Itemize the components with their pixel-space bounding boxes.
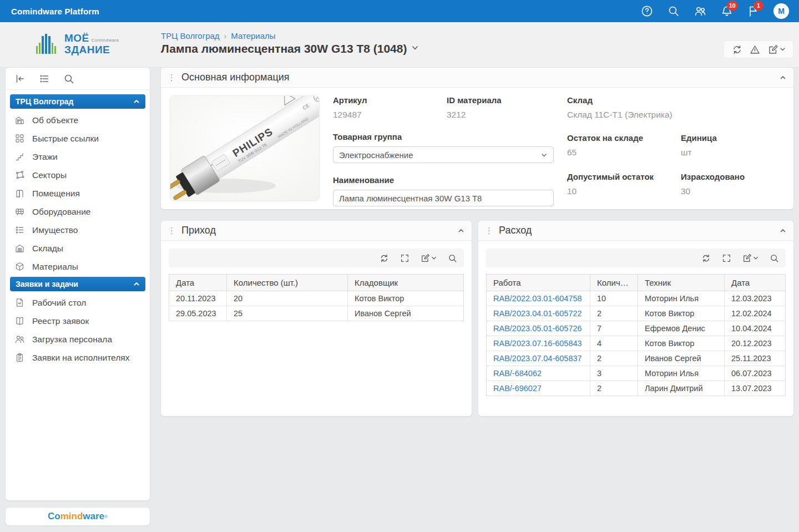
table-cell: 2 [590, 381, 638, 396]
collapse-chevron-up-icon[interactable] [457, 227, 465, 235]
list-icon[interactable] [39, 73, 50, 84]
warning-icon[interactable] [750, 44, 760, 55]
sidebar-item-sectors[interactable]: Секторы [10, 166, 145, 184]
breadcrumb-object[interactable]: ТРЦ Волгоград [161, 31, 220, 40]
column-header[interactable]: Дата [169, 275, 227, 291]
fields-right-column: Склад Склад 11С-Т1 (Электрика) Остаток н… [567, 95, 785, 209]
work-order-link[interactable]: RAB/2022.03.01-604758 [493, 294, 582, 303]
search-icon[interactable] [63, 73, 74, 84]
sidebar-item-label: Рабочий стол [32, 298, 86, 308]
sector-polygon-icon [14, 170, 25, 180]
table-cell: 2 [590, 306, 638, 321]
search-icon[interactable] [448, 254, 457, 263]
record-toolbar [724, 40, 793, 58]
sidebar-item-label: Материалы [32, 262, 78, 272]
stairs-icon [14, 151, 25, 162]
sidebar-item-about-object[interactable]: Об объекте [10, 111, 145, 129]
name-input[interactable] [333, 190, 554, 206]
table-row: RAB/-6840623Моторин Илья06.07.2023 [487, 366, 786, 381]
table-cell: Ефремов Денис [638, 321, 725, 336]
sidebar-item-floors[interactable]: Этажи [10, 148, 145, 166]
column-header[interactable]: Колич… [590, 275, 638, 291]
expense-table: Работа Колич… Техник Дата RAB/2022.03.01… [486, 274, 786, 396]
document-icon [14, 297, 25, 308]
sidebar-item-rooms[interactable]: Помещения [10, 184, 145, 202]
sidebar-item-request-registry[interactable]: Реестр заявок [10, 312, 145, 330]
work-order-link[interactable]: RAB/2023.04.01-605722 [493, 309, 582, 318]
collapse-chevron-up-icon[interactable] [779, 74, 787, 82]
work-order-link[interactable]: RAB/-696027 [493, 384, 542, 393]
field-label: Наименование [333, 175, 554, 185]
work-order-link[interactable]: RAB/2023.07.04-605837 [493, 354, 582, 363]
refresh-icon[interactable] [732, 44, 742, 55]
breadcrumb-materials[interactable]: Материалы [231, 31, 275, 40]
sidebar-item-contractor-requests[interactable]: Заявки на исполнителях [10, 348, 145, 367]
refresh-icon[interactable] [380, 254, 389, 263]
flag-icon[interactable]: 1 [747, 4, 760, 18]
sidebar-item-materials[interactable]: Материалы [10, 257, 145, 276]
table-cell: Котов Виктор [348, 291, 464, 306]
field-value: 3212 [447, 110, 554, 120]
avatar[interactable]: M [773, 3, 789, 19]
search-icon[interactable] [667, 4, 680, 18]
expand-icon[interactable] [722, 254, 731, 263]
table-row: 29.05.202325Иванов Сергей [169, 306, 464, 321]
drag-handle-icon[interactable]: ⋮ [485, 226, 493, 235]
table-cell: 06.07.2023 [725, 366, 786, 381]
work-order-link[interactable]: RAB/-684062 [493, 369, 542, 378]
drag-handle-icon[interactable]: ⋮ [168, 226, 176, 235]
help-icon[interactable] [640, 4, 654, 18]
people-icon [14, 334, 25, 344]
sidebar-item-equipment[interactable]: Оборудование [10, 202, 145, 221]
sidebar-section-object[interactable]: ТРЦ Волгоград [10, 94, 145, 109]
logo-line1: МОЁ [64, 32, 89, 44]
work-order-link[interactable]: RAB/2023.07.16-605843 [493, 339, 582, 348]
sidebar-section-tasks[interactable]: Заявки и задачи [10, 277, 145, 291]
edit-icon[interactable] [768, 44, 786, 55]
table-cell: 13.07.2023 [725, 381, 786, 396]
expand-icon[interactable] [400, 254, 409, 263]
search-icon[interactable] [770, 254, 779, 263]
table-cell: Иванов Сергей [348, 306, 464, 321]
grid-squares-icon [14, 133, 25, 144]
edit-chevron-down-icon [430, 253, 437, 263]
refresh-icon[interactable] [701, 254, 711, 263]
column-header[interactable]: Работа [487, 275, 590, 291]
column-header[interactable]: Дата [725, 275, 786, 291]
drag-handle-icon[interactable]: ⋮ [168, 73, 176, 82]
sidebar-item-staff-load[interactable]: Загрузка персонала [10, 330, 145, 348]
edit-icon[interactable] [742, 253, 758, 263]
sidebar-item-quick-links[interactable]: Быстрые ссылки [10, 129, 145, 148]
rooms-icon [14, 188, 25, 199]
sidebar-item-warehouses[interactable]: Склады [10, 239, 145, 257]
table-cell: 25.11.2023 [725, 351, 786, 366]
field-value: 129487 [333, 110, 447, 120]
brand-part: mind [60, 511, 83, 522]
sidebar-item-label: Оборудование [32, 207, 90, 217]
column-header[interactable]: Техник [638, 275, 725, 291]
expense-panel-header: ⋮ Расход [478, 221, 793, 241]
collapse-chevron-up-icon[interactable] [779, 227, 787, 235]
main-info-title: Основная информация [181, 72, 773, 83]
column-header[interactable]: Кладовщик [348, 275, 464, 291]
work-order-link[interactable]: RAB/2023.05.01-605726 [493, 324, 582, 333]
table-row: 20.11.202320Котов Виктор [169, 291, 464, 306]
sidebar-item-desktop[interactable]: Рабочий стол [10, 293, 145, 312]
main-info-header: ⋮ Основная информация [161, 68, 793, 88]
table-row: RAB/2023.07.04-6058372Иванов Сергей25.11… [487, 351, 786, 366]
cube-icon [14, 261, 25, 272]
app-title: Comindware Platform [11, 7, 99, 16]
collapse-sidebar-icon[interactable] [14, 73, 26, 84]
footer-brand: Comindware® [6, 508, 150, 525]
section-header-label: ТРЦ Волгоград [16, 97, 73, 106]
income-table: Дата Количество (шт.) Кладовщик 20.11.20… [169, 274, 464, 321]
title-chevron-down-icon[interactable] [411, 44, 419, 54]
section-header-label: Заявки и задачи [16, 280, 78, 288]
main-info-body: PHILIPS TUV 30W G13 T8 MADE IN HOLLAND H… [161, 88, 793, 209]
product-group-select[interactable]: Электроснабжение [333, 146, 554, 163]
column-header[interactable]: Количество (шт.) [227, 275, 348, 291]
users-icon[interactable] [694, 4, 707, 18]
edit-icon[interactable] [421, 253, 437, 263]
sidebar-item-property[interactable]: Имущество [10, 221, 145, 239]
bell-icon[interactable]: 10 [720, 4, 734, 18]
